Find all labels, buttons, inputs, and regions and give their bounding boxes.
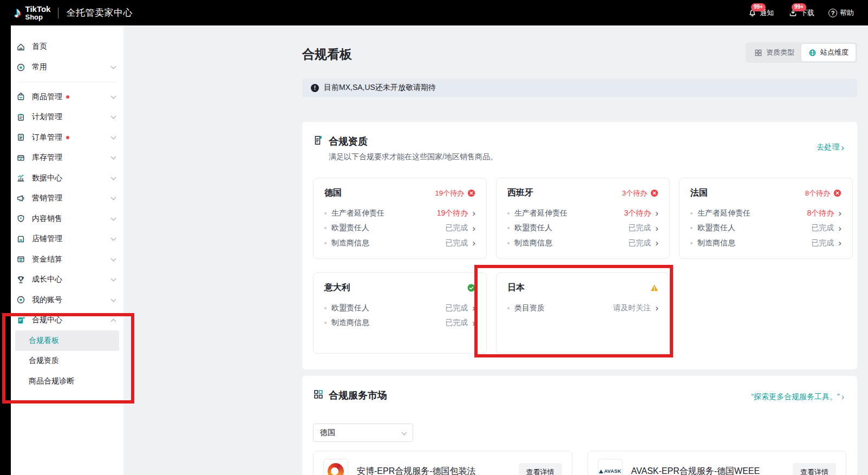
sidebar-item-product-management[interactable]: 商品管理: [11, 87, 123, 107]
product-icon: [16, 92, 25, 101]
chevron-right-icon: [472, 303, 475, 313]
sidebar-subitem-product-compliance-diagnosis[interactable]: 商品合规诊断: [15, 371, 119, 392]
toggle-site-dimension[interactable]: 站点维度: [801, 44, 856, 61]
sidebar-item-funds-settlement[interactable]: 资金结算: [11, 249, 123, 270]
marketing-icon: [16, 194, 25, 203]
anbo-swirl-logo: [323, 459, 348, 475]
bullet-icon: [324, 242, 327, 244]
country-card-japan: 日本 类目资质 请及时关注: [496, 272, 670, 354]
explore-more-tools-link[interactable]: “探索更多合规服务工具。”: [751, 392, 844, 402]
bullet-icon: [690, 227, 693, 229]
help-button[interactable]: 帮助: [828, 8, 854, 18]
info-icon: [311, 84, 319, 92]
sidebar-item-label: 成长中心: [32, 275, 62, 284]
row-status: 已完成: [811, 223, 834, 233]
qualification-row[interactable]: 制造商信息 已完成: [324, 236, 475, 251]
sidebar-subitem-compliance-qualifications[interactable]: 合规资质: [15, 351, 119, 372]
card-status: [650, 284, 658, 292]
sidebar-item-inventory-management[interactable]: 库存管理: [11, 148, 123, 168]
chevron-right-icon: [655, 238, 658, 248]
grid-icon: [754, 49, 762, 57]
chevron-right-icon: [655, 224, 658, 233]
country-name: 意大利: [324, 282, 350, 294]
notice-banner: 目前MX,SA,US还未开放敬请期待: [302, 79, 857, 97]
country-name: 德国: [324, 187, 342, 199]
row-status: 已完成: [628, 223, 651, 233]
sidebar-item-marketing-management[interactable]: 营销管理: [11, 188, 123, 209]
qualification-row[interactable]: 制造商信息 已完成: [324, 316, 475, 331]
qualification-row[interactable]: 生产者延伸责任 19个待办: [324, 206, 475, 221]
order-icon: [16, 133, 25, 142]
card-status: [467, 284, 475, 292]
sidebar-subitem-label: 合规资质: [29, 356, 59, 366]
tiktok-shop-logo[interactable]: TikTok Shop: [14, 4, 50, 21]
bullet-icon: [324, 227, 327, 229]
qualification-row[interactable]: 欧盟责任人 已完成: [324, 221, 475, 236]
country-name: 日本: [507, 282, 525, 294]
row-status: 已完成: [445, 303, 468, 313]
country-filter-select[interactable]: 德国: [313, 424, 413, 442]
sidebar-item-order-management[interactable]: 订单管理: [11, 127, 123, 148]
brand-line2: Shop: [25, 14, 51, 21]
sidebar-navigation: 首页 常用 商品管理 计划管理 订单管理 库存管理: [11, 25, 123, 475]
sidebar-item-label: 订单管理: [32, 133, 62, 142]
sidebar-item-data-center[interactable]: 数据中心: [11, 168, 123, 188]
card-status: 8个待办: [805, 188, 841, 198]
bell-icon: 99+: [747, 8, 757, 18]
sidebar-item-home[interactable]: 首页: [11, 36, 123, 57]
app-header: TikTok Shop 全托管卖家中心 99+ 通知 99+ 下载 帮助: [0, 0, 868, 25]
error-circle-icon: [467, 189, 475, 197]
go-handle-link[interactable]: 去处理: [817, 142, 844, 152]
view-details-button[interactable]: 查看详情: [793, 463, 836, 475]
sidebar-item-my-account[interactable]: 我的账号: [11, 290, 123, 310]
chevron-right-icon: [841, 143, 844, 152]
sidebar-item-growth-center[interactable]: 成长中心: [11, 270, 123, 290]
qualification-row[interactable]: 制造商信息 已完成: [507, 236, 658, 251]
selected-country: 德国: [320, 428, 335, 438]
row-status: 已完成: [628, 238, 651, 248]
section-title: 合规服务市场: [329, 389, 387, 402]
qualification-row[interactable]: 欧盟责任人 已完成: [690, 221, 841, 236]
qualification-row[interactable]: 欧盟责任人 已完成: [507, 221, 658, 236]
account-icon: [16, 295, 25, 304]
card-header: 法国 8个待办: [690, 187, 841, 199]
bullet-icon: [507, 242, 510, 244]
chevron-right-icon: [472, 318, 475, 328]
compliance-service-marketplace-panel: 合规服务市场 “探索更多合规服务工具。” 德国 安博-EPR合规服务-德国包装法…: [302, 376, 857, 475]
qualification-row[interactable]: 生产者延伸责任 8个待办: [690, 206, 841, 221]
notification-badge: 99+: [751, 3, 766, 11]
toggle-qualification-type[interactable]: 资质类型: [747, 44, 801, 61]
sidebar-item-label: 库存管理: [32, 153, 62, 162]
red-dot-badge: [66, 95, 69, 99]
row-status: 8个待办: [807, 209, 834, 218]
country-card-france: 法国 8个待办 生产者延伸责任 8个待办: [679, 178, 853, 259]
qualification-row[interactable]: 生产者延伸责任 3个待办: [507, 206, 658, 221]
view-details-button[interactable]: 查看详情: [519, 463, 562, 475]
card-items: 类目资质 请及时关注: [507, 301, 658, 316]
sidebar-subitem-label: 商品合规诊断: [29, 376, 74, 386]
avask-logo: AVASK: [598, 459, 623, 475]
qualification-row[interactable]: 欧盟责任人 已完成: [324, 301, 475, 316]
sidebar-item-plan-management[interactable]: 计划管理: [11, 107, 123, 128]
sidebar-item-compliance-center[interactable]: 合规中心: [11, 310, 123, 331]
sidebar-item-shop-management[interactable]: 店铺管理: [11, 229, 123, 250]
qualification-row[interactable]: 类目资质 请及时关注: [507, 301, 658, 316]
notifications-button[interactable]: 99+ 通知: [747, 8, 774, 18]
sidebar-item-content-sales[interactable]: 内容销售: [11, 209, 123, 229]
globe-icon: [808, 49, 817, 57]
compliance-doc-icon: [16, 316, 25, 325]
sidebar-item-frequently-used[interactable]: 常用: [11, 57, 123, 77]
qualification-row[interactable]: 制造商信息 已完成: [690, 236, 841, 251]
pending-count: 8个待办: [805, 188, 830, 198]
error-circle-icon: [833, 189, 841, 197]
card-status: 19个待办: [435, 188, 475, 198]
download-icon: 99+: [788, 8, 798, 18]
card-header: 日本: [507, 282, 658, 294]
country-card-spain: 西班牙 3个待办 生产者延伸责任 3个待办: [496, 178, 670, 259]
chevron-right-icon: [838, 209, 841, 218]
row-status: 已完成: [445, 223, 468, 233]
sidebar-item-label: 资金结算: [32, 255, 62, 264]
bullet-icon: [507, 227, 510, 229]
sidebar-subitem-compliance-dashboard[interactable]: 合规看板: [15, 330, 119, 351]
download-button[interactable]: 99+ 下载: [788, 8, 814, 18]
